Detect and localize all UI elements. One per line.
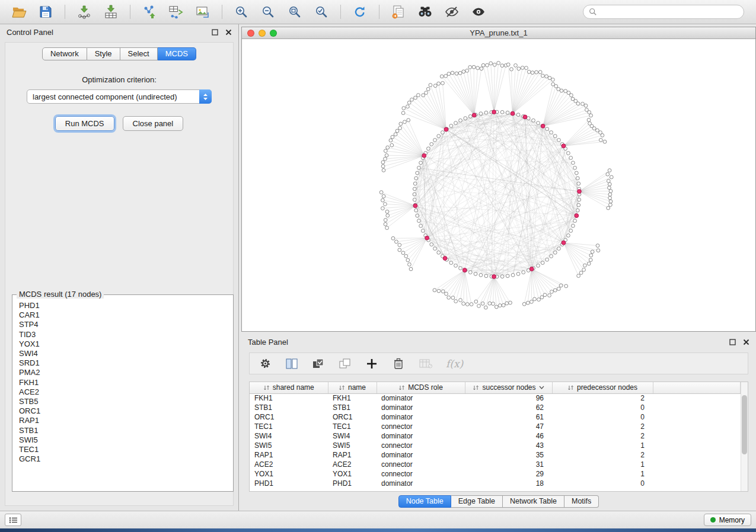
mcds-result-item[interactable]: ORC1 <box>14 406 232 416</box>
network-frame-titlebar[interactable]: YPA_prune.txt_1 <box>242 27 755 39</box>
cell-mcds-role[interactable]: dominator <box>377 403 465 412</box>
cell-successor-nodes[interactable]: 46 <box>465 431 552 441</box>
table-row[interactable]: SWI5SWI5connector431 <box>250 441 741 450</box>
mcds-result-item[interactable]: STP4 <box>14 320 232 329</box>
cell-predecessor-nodes[interactable]: 0 <box>552 412 653 422</box>
cell-successor-nodes[interactable]: 18 <box>465 479 552 488</box>
export-image-button[interactable] <box>191 2 215 21</box>
tab-network[interactable]: Network <box>42 47 87 60</box>
mcds-result-item[interactable]: CAR1 <box>14 310 232 320</box>
show-columns-button[interactable] <box>285 354 299 373</box>
float-panel-icon[interactable] <box>729 339 736 345</box>
cell-shared-name[interactable]: SWI4 <box>250 431 328 441</box>
mcds-result-item[interactable]: STB1 <box>14 426 232 435</box>
cell-predecessor-nodes[interactable]: 2 <box>552 450 653 460</box>
cell-mcds-role[interactable]: dominator <box>377 479 465 488</box>
cell-predecessor-nodes[interactable]: 2 <box>552 422 653 431</box>
cell-successor-nodes[interactable]: 96 <box>465 393 552 403</box>
search-input[interactable] <box>601 8 738 16</box>
cell-mcds-role[interactable]: dominator <box>377 450 465 460</box>
tab-mcds[interactable]: MCDS <box>158 47 196 60</box>
mcds-result-item[interactable]: PMA2 <box>14 368 232 377</box>
cell-name[interactable]: TEC1 <box>328 422 377 431</box>
search-box[interactable] <box>583 5 744 19</box>
table-settings-button[interactable] <box>258 354 272 373</box>
hide-details-button[interactable] <box>440 2 464 21</box>
memory-button[interactable]: Memory <box>704 514 751 526</box>
close-window-icon[interactable] <box>247 30 254 37</box>
add-column-button[interactable] <box>365 354 379 373</box>
cell-name[interactable]: PHD1 <box>328 479 377 488</box>
mcds-result-item[interactable]: TEC1 <box>14 445 232 454</box>
mcds-result-item[interactable]: PHD1 <box>14 301 232 310</box>
cell-shared-name[interactable]: STB1 <box>250 403 328 412</box>
mcds-result-list[interactable]: PHD1CAR1STP4TID3YOX1SWI4SRD1PMA2FKH1ACE2… <box>14 301 232 490</box>
cell-successor-nodes[interactable]: 43 <box>465 441 552 450</box>
cell-name[interactable]: YOX1 <box>328 469 377 479</box>
close-panel-button[interactable]: Close panel <box>123 116 184 131</box>
cell-shared-name[interactable]: YOX1 <box>250 469 328 479</box>
save-session-button[interactable] <box>34 2 58 21</box>
cell-predecessor-nodes[interactable]: 2 <box>552 431 653 441</box>
import-network-button[interactable] <box>72 2 96 21</box>
cell-mcds-role[interactable]: dominator <box>377 412 465 422</box>
cell-predecessor-nodes[interactable]: 0 <box>552 403 653 412</box>
zoom-fit-button[interactable] <box>283 2 307 21</box>
cell-successor-nodes[interactable]: 47 <box>465 422 552 431</box>
cell-shared-name[interactable]: PHD1 <box>250 479 328 488</box>
table-row[interactable]: ORC1ORC1dominator610 <box>250 412 741 422</box>
unselect-all-columns-button[interactable] <box>338 354 352 373</box>
mcds-result-item[interactable]: STB5 <box>14 397 232 406</box>
run-mcds-button[interactable]: Run MCDS <box>55 116 114 131</box>
cell-predecessor-nodes[interactable]: 1 <box>552 469 653 479</box>
cell-name[interactable]: ACE2 <box>328 460 377 469</box>
cell-successor-nodes[interactable]: 35 <box>465 450 552 460</box>
mcds-result-item[interactable]: ACE2 <box>14 387 232 397</box>
cell-predecessor-nodes[interactable]: 2 <box>552 393 653 403</box>
mcds-result-item[interactable]: SWI5 <box>14 435 232 445</box>
tab-edge-table[interactable]: Edge Table <box>451 495 503 508</box>
tab-network-table[interactable]: Network Table <box>503 495 564 508</box>
panel-menu-button[interactable] <box>5 514 21 526</box>
table-row[interactable]: SWI4SWI4dominator462 <box>250 431 741 441</box>
open-file-button[interactable] <box>7 2 31 21</box>
mcds-result-item[interactable]: FKH1 <box>14 378 232 387</box>
cell-predecessor-nodes[interactable]: 1 <box>552 460 653 469</box>
zoom-out-button[interactable] <box>256 2 280 21</box>
cell-shared-name[interactable]: ORC1 <box>250 412 328 422</box>
network-from-table-button[interactable] <box>164 2 188 21</box>
column-header-name[interactable]: name <box>328 382 377 393</box>
cell-name[interactable]: FKH1 <box>328 393 377 403</box>
cell-shared-name[interactable]: TEC1 <box>250 422 328 431</box>
cell-name[interactable]: RAP1 <box>328 450 377 460</box>
scrollbar-thumb[interactable] <box>742 395 747 454</box>
table-scrollbar[interactable] <box>741 382 748 491</box>
find-button[interactable] <box>413 2 437 21</box>
cell-predecessor-nodes[interactable]: 0 <box>552 479 653 488</box>
cell-name[interactable]: SWI4 <box>328 431 377 441</box>
column-header-successor-nodes[interactable]: successor nodes <box>465 382 552 393</box>
close-panel-icon[interactable] <box>743 339 749 345</box>
table-row[interactable]: YOX1YOX1connector291 <box>250 469 741 479</box>
mcds-result-item[interactable]: SRD1 <box>14 358 232 368</box>
cell-successor-nodes[interactable]: 61 <box>465 412 552 422</box>
cell-predecessor-nodes[interactable]: 1 <box>552 441 653 450</box>
cell-shared-name[interactable]: RAP1 <box>250 450 328 460</box>
tab-select[interactable]: Select <box>120 47 158 60</box>
tab-style[interactable]: Style <box>87 47 120 60</box>
table-row[interactable]: ACE2ACE2connector311 <box>250 460 741 469</box>
export-network-button[interactable] <box>138 2 161 21</box>
table-row[interactable]: STB1STB1dominator620 <box>250 403 741 412</box>
zoom-in-button[interactable] <box>229 2 253 21</box>
mcds-result-item[interactable]: GCR1 <box>14 454 232 464</box>
cell-mcds-role[interactable]: dominator <box>377 431 465 441</box>
zoom-selected-button[interactable] <box>310 2 333 21</box>
table-row[interactable]: RAP1RAP1dominator352 <box>250 450 741 460</box>
cell-name[interactable]: STB1 <box>328 403 377 412</box>
close-panel-icon[interactable] <box>225 29 232 36</box>
minimize-window-icon[interactable] <box>259 30 266 37</box>
column-header-mcds-role[interactable]: MCDS role <box>377 382 465 393</box>
criterion-dropdown[interactable]: largest connected component (undirected) <box>27 89 212 104</box>
refresh-button[interactable] <box>348 2 372 21</box>
delete-column-button[interactable] <box>391 354 406 373</box>
